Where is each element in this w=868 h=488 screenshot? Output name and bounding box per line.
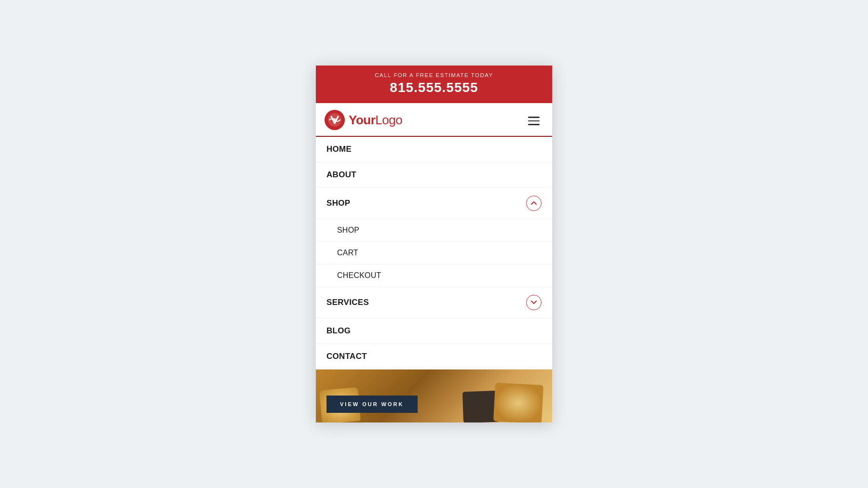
logo-light: Logo xyxy=(375,113,402,127)
chevron-down-icon xyxy=(530,299,537,306)
cta-bar: VIEW OUR WORK xyxy=(326,396,418,413)
nav-label-blog: BLOG xyxy=(326,326,351,336)
nav-label-checkout: CHECKOUT xyxy=(337,271,381,280)
nav-item-about[interactable]: ABOUT xyxy=(316,162,552,188)
logo-bold: Your xyxy=(349,113,375,127)
call-text: CALL FOR A FREE ESTIMATE TODAY xyxy=(321,72,547,78)
hero-background: VIEW OUR WORK xyxy=(316,369,552,422)
nav-label-shop-sub: SHOP xyxy=(337,226,359,235)
nav-item-checkout[interactable]: CHECKOUT xyxy=(316,264,552,287)
shop-toggle-button[interactable] xyxy=(526,196,542,211)
header: YourLogo xyxy=(316,103,552,137)
nav-label-services: SERVICES xyxy=(326,298,369,307)
hamburger-button[interactable] xyxy=(524,113,543,133)
cushion-right-decor xyxy=(493,382,543,422)
logo: YourLogo xyxy=(325,110,402,136)
nav-item-shop[interactable]: SHOP xyxy=(316,188,552,219)
nav-menu: HOME ABOUT SHOP SHOP CART CHECKOUT xyxy=(316,137,552,369)
nav-label-shop: SHOP xyxy=(326,198,350,208)
hamburger-line-1 xyxy=(528,117,540,118)
logo-icon xyxy=(325,110,345,130)
nav-item-contact[interactable]: CONTACT xyxy=(316,344,552,369)
nav-item-services[interactable]: SERVICES xyxy=(316,287,552,318)
logo-text: YourLogo xyxy=(349,113,402,128)
nav-item-cart[interactable]: CART xyxy=(316,242,552,264)
nav-label-about: ABOUT xyxy=(326,170,356,180)
phone-number[interactable]: 815.555.5555 xyxy=(321,80,547,95)
view-our-work-button[interactable]: VIEW OUR WORK xyxy=(326,396,418,413)
chevron-up-icon xyxy=(530,200,537,207)
hamburger-line-3 xyxy=(528,124,540,125)
nav-label-contact: CONTACT xyxy=(326,352,367,361)
top-banner: CALL FOR A FREE ESTIMATE TODAY 815.555.5… xyxy=(316,66,552,103)
nav-label-cart: CART xyxy=(337,249,358,257)
nav-item-shop-sub[interactable]: SHOP xyxy=(316,219,552,242)
nav-item-blog[interactable]: BLOG xyxy=(316,318,552,344)
hamburger-line-2 xyxy=(528,120,540,122)
nav-label-home: HOME xyxy=(326,145,352,154)
nav-item-home[interactable]: HOME xyxy=(316,137,552,162)
shop-submenu: SHOP CART CHECKOUT xyxy=(316,219,552,287)
mobile-ui-wrapper: CALL FOR A FREE ESTIMATE TODAY 815.555.5… xyxy=(316,66,552,422)
services-toggle-button[interactable] xyxy=(526,295,542,310)
